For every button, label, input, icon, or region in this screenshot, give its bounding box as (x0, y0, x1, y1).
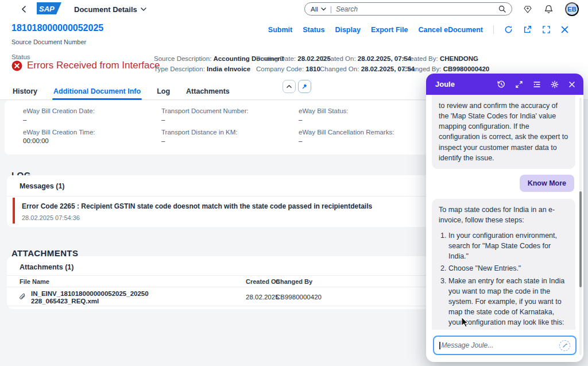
attachments-header: Attachments (1) (20, 263, 74, 271)
joule-header: Joule (426, 74, 583, 95)
paperclip-icon (18, 292, 26, 301)
share-export-icon (523, 25, 532, 34)
toolbar-separator (493, 25, 494, 34)
joule-diamond-button[interactable] (523, 5, 532, 14)
cancel-edocument-button[interactable]: Cancel eDocument (418, 26, 483, 34)
status-button[interactable]: Status (303, 26, 324, 34)
settings-gear-icon (551, 80, 559, 88)
transport-doc-number-value: – (161, 116, 249, 123)
history-icon (497, 80, 505, 88)
eway-creation-date-label: eWay Bill Creation Date: (23, 107, 95, 114)
joule-steps-intro: To map state codes for India in an e-inv… (439, 205, 568, 225)
type-description-label: Type Description: (154, 66, 205, 72)
column-header-changed-by[interactable]: Changed By (276, 278, 312, 285)
column-header-file-name[interactable]: File Name (20, 278, 49, 285)
joule-title: Joule (435, 80, 497, 88)
company-code-value: 1810 (305, 66, 320, 72)
chevron-down-icon (321, 7, 326, 11)
eway-cancellation-remarks-value: – (299, 137, 394, 144)
error-icon (11, 60, 22, 71)
new-conversation-icon (533, 80, 541, 88)
joule-step-2: Choose "New Entries." (448, 263, 568, 273)
status-line: Errors Received from Interface (11, 60, 160, 71)
expand-icon (515, 80, 523, 88)
column-header-created-on[interactable]: Created On (246, 278, 280, 285)
pin-header-button[interactable] (298, 80, 311, 93)
company-code-label: Company Code: (256, 66, 304, 72)
shell-bar: SAP Document Details All | Search EB (0, 0, 588, 18)
user-avatar[interactable]: EB (565, 2, 579, 16)
fullscreen-button[interactable] (542, 25, 551, 34)
eway-creation-time-label: eWay Bill Creation Time: (23, 129, 95, 136)
chevron-left-icon (21, 6, 28, 13)
created-by-label: Created By: (403, 55, 438, 62)
submit-button[interactable]: Submit (268, 26, 292, 34)
search-divider: | (330, 5, 332, 13)
export-file-button[interactable]: Export File (371, 26, 408, 34)
notifications-button[interactable] (544, 5, 553, 14)
collapse-header-button[interactable] (283, 80, 296, 93)
send-button[interactable] (559, 340, 570, 351)
search-bar[interactable]: All | Search (304, 2, 512, 16)
transport-distance-value: – (161, 137, 249, 144)
pin-icon (302, 83, 307, 90)
eway-status-label: eWay Bill Status: (299, 107, 394, 114)
tab-additional-document-info[interactable]: Additional Document Info (52, 86, 142, 99)
changed-by-label: Changed By: (403, 66, 442, 72)
close-joule-button[interactable] (568, 81, 575, 88)
type-description-value: India eInvoice (207, 66, 250, 72)
sap-logo: SAP (37, 2, 61, 17)
meta-col-dates: Created On: 28.02.2025, 07:54 Changed On… (320, 53, 415, 74)
app-title: Document Details (74, 5, 137, 14)
joule-scrollbar-thumb[interactable] (579, 191, 582, 287)
joule-header-icons (497, 80, 575, 88)
know-more-button[interactable]: Know More (520, 175, 574, 192)
tab-history[interactable]: History (11, 86, 38, 99)
tab-attachments[interactable]: Attachments (185, 86, 231, 99)
joule-message-input[interactable]: Message Joule... (433, 336, 577, 355)
eway-col-2: Transport Document Number: – Transport D… (161, 107, 249, 150)
search-input[interactable]: Search (336, 5, 494, 13)
action-toolbar: Submit Status Display Export File Cancel… (268, 25, 568, 34)
tab-log[interactable]: Log (156, 86, 171, 99)
joule-step-3: Make an entry for each state in India yo… (448, 276, 568, 328)
close-icon (561, 26, 568, 33)
display-button[interactable]: Display (335, 26, 360, 34)
close-page-button[interactable] (561, 26, 568, 33)
input-caret (439, 342, 440, 349)
transport-distance-label: Transport Distance in KM: (161, 129, 249, 136)
joule-steps-list: In your configuration environment, searc… (439, 230, 568, 328)
new-conversation-button[interactable] (533, 80, 541, 88)
search-icon[interactable] (498, 5, 506, 13)
attachment-file-name[interactable]: IN_EINV_181018000000052025_20250228_0654… (31, 290, 149, 305)
source-description-label: Source Description: (154, 55, 211, 62)
joule-input-area: Message Joule... (426, 330, 583, 362)
joule-message-bubble: To map state codes for India in an e-inv… (432, 199, 575, 330)
eway-creation-date-value: – (23, 116, 95, 123)
status-text: Errors Received from Interface (27, 60, 160, 71)
share-export-button[interactable] (523, 25, 532, 34)
document-number-link[interactable]: 181018000000052025 (11, 23, 103, 33)
back-button[interactable] (21, 6, 28, 13)
expand-button[interactable] (515, 80, 523, 88)
joule-conversation: to review and confirm the accuracy of th… (426, 95, 583, 330)
transport-doc-number-label: Transport Document Number: (161, 107, 249, 114)
search-scope-select[interactable]: All (311, 6, 326, 13)
joule-diamond-icon (523, 5, 532, 14)
changed-on-label: Changed On: (320, 66, 359, 72)
history-button[interactable] (497, 80, 505, 88)
settings-button[interactable] (551, 80, 559, 88)
posting-date-label: Posting Date: (256, 55, 296, 62)
app-title-menu[interactable]: Document Details (71, 5, 150, 14)
eway-creation-time-value: 00:00:00 (23, 137, 95, 144)
changed-by-value: CB9980000420 (443, 66, 490, 72)
messages-header: Messages (1) (20, 182, 65, 190)
created-by-value: CHENDONG (440, 55, 478, 62)
refresh-button[interactable] (504, 25, 513, 34)
joule-input-placeholder: Message Joule... (442, 341, 560, 349)
document-number-label: Source Document Number (11, 38, 86, 45)
attachment-changed-by: CB9980000420 (276, 294, 322, 300)
header-toggle-buttons (283, 80, 311, 93)
refresh-icon (504, 25, 513, 34)
eway-status-value: – (299, 116, 394, 123)
